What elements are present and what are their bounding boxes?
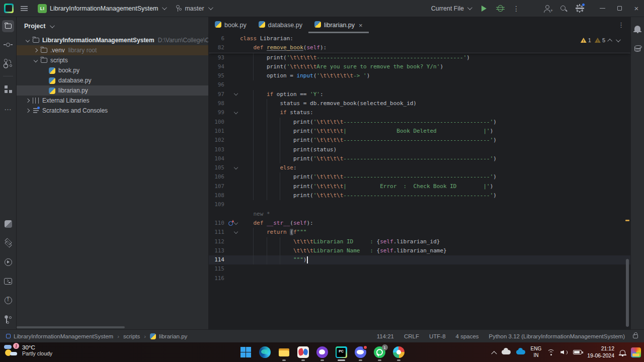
taskbar-app-discord[interactable] bbox=[354, 346, 366, 358]
breadcrumb-item[interactable]: LibraryInformationManagementSystem bbox=[14, 333, 113, 339]
project-selector[interactable]: LI LibraryInformationManagementSystem bbox=[35, 3, 169, 15]
taskbar-app-start[interactable] bbox=[239, 346, 252, 358]
code-line[interactable]: 95 option = input('\t\t\t\t\t-> ') bbox=[209, 71, 630, 80]
code-line[interactable]: 115 bbox=[209, 264, 630, 274]
file-encoding[interactable]: UTF-8 bbox=[429, 333, 446, 339]
code-line[interactable]: 98 status = db.remove_book(selected_book… bbox=[209, 99, 630, 108]
code-editor[interactable]: 93 print('\t\t\t\t----------------------… bbox=[209, 53, 630, 329]
database-button[interactable] bbox=[631, 43, 643, 55]
tab-book-py[interactable]: book.py bbox=[209, 17, 253, 33]
onedrive-personal-icon[interactable] bbox=[502, 350, 511, 354]
taskbar-app-whatsapp[interactable]: 1 bbox=[373, 346, 385, 358]
code-line[interactable]: 108 print('\t\t\t\t---------------------… bbox=[209, 191, 630, 200]
taskbar-app-pycharm[interactable] bbox=[335, 346, 347, 358]
tool-window-button-problems[interactable] bbox=[2, 294, 14, 306]
code-line[interactable]: 101 print('\t\t\t\t| Book Deleted |') bbox=[209, 127, 630, 136]
code-line[interactable]: 111 return (f""" bbox=[209, 228, 630, 237]
code-line[interactable]: 107 print('\t\t\t\t| Error : Check Book … bbox=[209, 182, 630, 191]
weather-widget[interactable]: 1 30°C Partly cloudy bbox=[4, 344, 52, 357]
clock[interactable]: 21:12 19-06-2024 bbox=[587, 345, 614, 359]
python-interpreter[interactable]: Python 3.12 (LibraryInformationManagemen… bbox=[489, 333, 625, 339]
debug-button[interactable] bbox=[493, 2, 507, 15]
taskbar-app-paint[interactable] bbox=[297, 346, 309, 358]
code-line[interactable]: 109 bbox=[209, 200, 630, 209]
code-line[interactable]: 112 \t\t\tLibrarian ID : {self.librarian… bbox=[209, 237, 630, 246]
tray-app-icon[interactable] bbox=[631, 347, 641, 357]
chevron-down-icon[interactable] bbox=[32, 56, 40, 64]
tab-database-py[interactable]: database.py bbox=[253, 17, 308, 33]
main-menu-icon[interactable] bbox=[18, 2, 31, 15]
code-line[interactable]: 114 """) bbox=[209, 255, 630, 264]
code-line[interactable]: 110 def __str__(self): bbox=[209, 219, 630, 228]
code-line[interactable]: 106 print('\t\t\t\t---------------------… bbox=[209, 172, 630, 182]
code-hint-line[interactable]: new * bbox=[209, 210, 630, 219]
code-line[interactable]: 99 if status: bbox=[209, 108, 630, 117]
more-actions-button[interactable]: ⋮ bbox=[509, 2, 523, 15]
override-marker-icon[interactable] bbox=[228, 221, 233, 226]
code-line[interactable]: 97 if option == 'Y': bbox=[209, 90, 630, 99]
breadcrumb-item[interactable]: librarian.py bbox=[159, 333, 187, 339]
tool-window-button-structure[interactable] bbox=[2, 83, 14, 95]
language-indicator[interactable]: ENGIN bbox=[531, 346, 542, 358]
battery-icon[interactable] bbox=[573, 350, 582, 354]
indent-style[interactable]: 4 spaces bbox=[456, 333, 479, 339]
breadcrumb-item[interactable]: scripts bbox=[123, 333, 140, 339]
code-with-me-button[interactable]: + bbox=[540, 2, 554, 15]
tree-item-book-py[interactable]: book.py bbox=[17, 65, 208, 75]
settings-button[interactable] bbox=[573, 2, 587, 15]
fold-chevron-icon[interactable] bbox=[234, 110, 238, 114]
maximize-button[interactable] bbox=[612, 2, 627, 16]
taskbar-app-github[interactable] bbox=[316, 346, 328, 358]
tree-item-database-py[interactable]: database.py bbox=[17, 75, 208, 85]
tree-item-scripts[interactable]: scripts bbox=[17, 55, 208, 65]
code-line[interactable]: 96 bbox=[209, 80, 630, 89]
tool-window-button-more[interactable]: … bbox=[2, 102, 14, 114]
onedrive-icon[interactable] bbox=[516, 350, 525, 354]
minimize-button[interactable] bbox=[595, 2, 610, 16]
run-config-selector[interactable]: Current File bbox=[427, 4, 475, 14]
tool-window-button-commit[interactable] bbox=[2, 39, 14, 51]
tree-item--venv[interactable]: .venvlibrary root bbox=[17, 45, 208, 55]
code-line[interactable]: 105 else: bbox=[209, 163, 630, 172]
code-line[interactable]: 116 bbox=[209, 274, 630, 283]
code-line[interactable]: 103 print(status) bbox=[209, 145, 630, 154]
fold-chevron-icon[interactable] bbox=[234, 165, 238, 169]
taskbar-app-slack[interactable] bbox=[392, 346, 405, 358]
search-everywhere-button[interactable] bbox=[556, 2, 571, 15]
chevron-down-icon[interactable] bbox=[24, 36, 32, 44]
tree-item-librarian-py[interactable]: librarian.py bbox=[17, 85, 208, 96]
lock-icon[interactable] bbox=[633, 334, 638, 338]
project-horizontal-scrollbar[interactable] bbox=[17, 326, 125, 328]
tree-item-libraryinformationmanagementsystem[interactable]: LibraryInformationManagementSystemD:\Var… bbox=[17, 35, 208, 45]
chevron-right-icon[interactable] bbox=[32, 46, 40, 54]
fold-chevron-icon[interactable] bbox=[234, 220, 238, 224]
tool-window-button-pull-requests[interactable] bbox=[2, 57, 14, 69]
chevron-right-icon[interactable] bbox=[24, 107, 32, 115]
close-button[interactable]: × bbox=[629, 2, 644, 16]
code-line[interactable]: 94 print('\t\t\t\tAre you sure to remove… bbox=[209, 62, 630, 71]
tool-window-button-run[interactable] bbox=[2, 256, 14, 268]
branch-selector[interactable]: master bbox=[173, 4, 214, 14]
tool-window-button-terminal[interactable] bbox=[2, 275, 14, 287]
code-line[interactable]: 82 def remove_book(self): bbox=[209, 43, 630, 52]
inspections-widget[interactable]: 1 5 bbox=[581, 37, 619, 43]
run-button[interactable] bbox=[477, 2, 491, 15]
tool-window-button-python-packages[interactable] bbox=[2, 218, 14, 230]
code-line[interactable]: 104 print('\t\t\t\t---------------------… bbox=[209, 154, 630, 163]
code-line[interactable]: 102 print('\t\t\t\t---------------------… bbox=[209, 136, 630, 145]
notification-bell-icon[interactable] bbox=[620, 350, 625, 355]
hidden-icons-chevron-icon[interactable] bbox=[491, 351, 497, 356]
code-line[interactable]: 113 \t\t\tLibrarian Name : {self.librari… bbox=[209, 246, 630, 255]
volume-icon[interactable] bbox=[560, 349, 568, 355]
tab-librarian-py[interactable]: librarian.py× bbox=[308, 17, 369, 33]
fold-chevron-icon[interactable] bbox=[234, 92, 238, 96]
code-line[interactable]: 100 print('\t\t\t\t---------------------… bbox=[209, 118, 630, 127]
editor-scrollbar[interactable] bbox=[624, 17, 630, 329]
wifi-icon[interactable] bbox=[547, 349, 555, 355]
notifications-button[interactable] bbox=[631, 22, 643, 34]
code-line[interactable]: 93 print('\t\t\t\t----------------------… bbox=[209, 53, 630, 62]
previous-problem-icon[interactable] bbox=[607, 38, 612, 43]
tree-item-scratches-and-consoles[interactable]: Scratches and Consoles bbox=[17, 106, 208, 116]
taskbar-app-explorer[interactable] bbox=[278, 346, 290, 358]
line-separator[interactable]: CRLF bbox=[404, 333, 419, 339]
